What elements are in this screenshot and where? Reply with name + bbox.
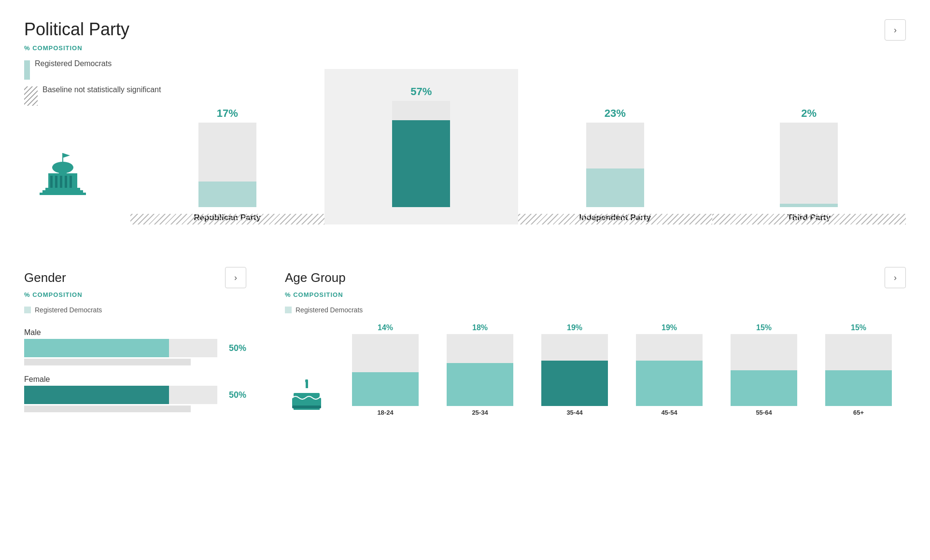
gender-female-label: Female (24, 375, 246, 384)
svg-rect-6 (55, 176, 57, 188)
political-party-composition-label: % COMPOSITION (24, 44, 906, 52)
republican-party-column: 17% Republican Party (130, 69, 324, 243)
gender-female-bar-fill (24, 386, 169, 404)
capitol-icon (34, 149, 92, 209)
gender-male-percent: 50% (229, 343, 246, 353)
age-35-44-column: 19% 35-44 (527, 323, 622, 430)
republican-percent: 17% (217, 107, 238, 120)
political-party-title: Political Party (24, 19, 129, 40)
gender-female-percent: 50% (229, 390, 246, 400)
age-legend-label: Registered Democrats (296, 306, 363, 314)
gender-composition-label: % COMPOSITION (24, 291, 246, 298)
age-25-34-label: 25-34 (472, 409, 488, 416)
svg-rect-8 (65, 176, 67, 188)
democratic-percent: 57% (410, 85, 432, 98)
age-65-plus-column: 15% 65+ (811, 323, 906, 430)
gender-male-label: Male (24, 328, 246, 337)
age-35-44-percent: 19% (567, 323, 582, 332)
gender-female-bar-container (24, 386, 217, 404)
gender-legend-label: Registered Democrats (35, 306, 102, 314)
legend-hatched-swatch (24, 86, 38, 106)
legend-solid-label: Registered Democrats (35, 59, 112, 68)
age-18-24-column: 14% 18-24 (338, 323, 433, 430)
gender-male-bar-fill (24, 339, 169, 357)
age-18-24-percent: 14% (378, 323, 393, 332)
age-legend-swatch (285, 307, 292, 313)
svg-rect-7 (60, 176, 62, 188)
age-35-44-label: 35-44 (566, 409, 582, 416)
age-55-64-label: 55-64 (756, 409, 772, 416)
svg-rect-17 (292, 406, 321, 408)
age-55-64-percent: 15% (756, 323, 772, 332)
gender-title: Gender (24, 270, 66, 285)
age-55-64-column: 15% 55-64 (717, 323, 811, 430)
age-65-plus-label: 65+ (853, 409, 864, 416)
age-legend: Registered Democrats (285, 306, 906, 314)
age-composition-label: % COMPOSITION (285, 291, 906, 298)
gender-male-row: Male 50% (24, 328, 246, 365)
age-25-34-column: 18% 25-34 (433, 323, 527, 430)
gender-female-row: Female 50% (24, 375, 246, 412)
age-45-54-column: 19% 45-54 (622, 323, 717, 430)
svg-rect-9 (70, 176, 72, 188)
democratic-party-column: 57% Democratic Party (324, 69, 519, 243)
bottom-row: Gender › % COMPOSITION Registered Democr… (24, 267, 906, 430)
age-expand-button[interactable]: › (885, 267, 906, 288)
gender-legend-swatch (24, 307, 31, 313)
cake-icon (290, 379, 324, 415)
third-party-column: 2% Third Party (712, 69, 906, 243)
political-party-expand-button[interactable]: › (885, 19, 906, 41)
gender-expand-button[interactable]: › (225, 267, 246, 288)
svg-marker-1 (63, 153, 70, 158)
third-party-percent: 2% (801, 107, 817, 120)
gender-male-bar-container (24, 339, 217, 357)
independent-percent: 23% (605, 107, 626, 120)
age-45-54-percent: 19% (662, 323, 677, 332)
age-25-34-percent: 18% (472, 323, 488, 332)
legend-solid-swatch (24, 60, 30, 80)
svg-rect-11 (42, 190, 83, 193)
age-65-plus-percent: 15% (851, 323, 866, 332)
age-18-24-label: 18-24 (377, 409, 393, 416)
svg-rect-18 (294, 408, 320, 410)
gender-legend: Registered Democrats (24, 306, 246, 314)
svg-rect-10 (45, 188, 80, 190)
political-party-section: Political Party › % COMPOSITION Register… (24, 19, 906, 243)
svg-rect-5 (50, 176, 53, 188)
svg-rect-12 (40, 193, 86, 195)
age-45-54-label: 45-54 (661, 409, 677, 416)
age-title: Age Group (285, 270, 346, 285)
age-section: Age Group › % COMPOSITION Registered Dem… (285, 267, 906, 430)
independent-party-column: 23% Independent Party (518, 69, 712, 243)
gender-section: Gender › % COMPOSITION Registered Democr… (24, 267, 246, 430)
svg-rect-3 (59, 168, 67, 173)
